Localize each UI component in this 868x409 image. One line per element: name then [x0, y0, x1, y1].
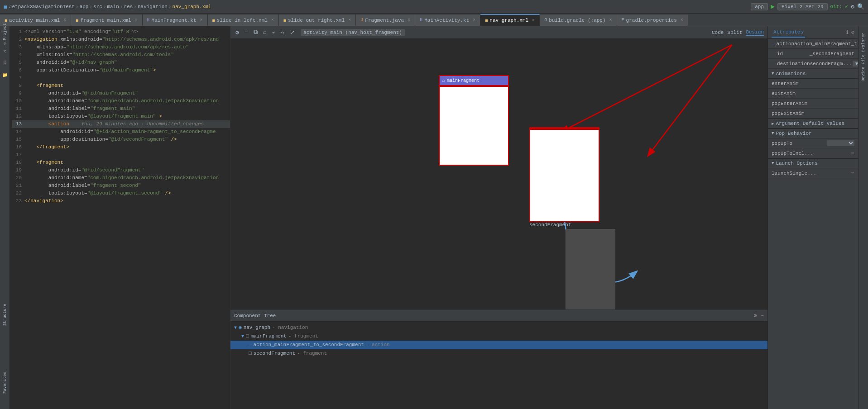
code-line-4: 4 xmlns:tools="http://schemas.android.co…: [12, 51, 230, 59]
tree-item-nav-graph[interactable]: ▼ ◉ nav_graph - navigation: [230, 323, 767, 332]
close-icon[interactable]: ×: [271, 18, 274, 23]
tree-minimize-icon[interactable]: −: [761, 313, 764, 319]
launch-single-key: launchSingle...: [772, 171, 851, 176]
sidebar-icon-resource[interactable]: 📁: [1, 71, 9, 79]
design-view-btn[interactable]: Design: [746, 29, 764, 36]
argument-header[interactable]: ▶ Argument Default Values: [768, 119, 858, 128]
close-icon[interactable]: ×: [609, 18, 612, 23]
breadcrumb: Jetpack3NavigationTest › app › src › mai…: [9, 4, 211, 10]
redo-icon[interactable]: ↷: [279, 29, 286, 36]
launch-options-label: Launch Options: [776, 161, 817, 166]
checkmark-icon: ✓: [845, 3, 848, 10]
main-fragment-title: mainFragment: [447, 78, 480, 83]
tab-mainfragment[interactable]: K MainFragment.kt ×: [143, 14, 208, 26]
code-view-btn[interactable]: Code: [712, 30, 724, 35]
settings-toolbar-icon[interactable]: ⚙: [234, 29, 240, 36]
tree-item-action[interactable]: → action_mainFragment_to_secondFragment …: [230, 341, 767, 349]
sidebar-icon-db[interactable]: 🗄: [1, 60, 9, 67]
tab-build-gradle[interactable]: G build.gradle (:app) ×: [540, 14, 617, 26]
close-icon[interactable]: ×: [473, 18, 475, 23]
code-line-7: 7: [12, 74, 230, 82]
enter-anim-key: enterAnim: [772, 81, 854, 86]
chevron-down-icon: ▼: [772, 71, 774, 76]
attributes-tab[interactable]: Attributes: [772, 28, 805, 38]
top-bar-right: app ▶ Pixel 2 API 29 Git: ✓ ⚙ 🔍: [751, 2, 864, 11]
popup-to-dropdown[interactable]: [827, 140, 854, 146]
code-line-13: 13 <action You, 29 minutes ago · Uncommi…: [12, 120, 230, 128]
tab-fragment-java[interactable]: J Fragment.java ×: [356, 14, 415, 26]
launch-options-section: ▼ Launch Options launchSingle... −: [768, 158, 858, 178]
undo-icon[interactable]: ↶: [270, 29, 277, 36]
close-icon[interactable]: ×: [348, 18, 351, 23]
close-icon[interactable]: ×: [532, 18, 535, 23]
animations-header[interactable]: ▼ Animations: [768, 69, 858, 79]
nav-graph-canvas[interactable]: ⌂ mainFragment secondFragment Componen: [230, 39, 767, 409]
tree-settings-icon[interactable]: ⚙: [754, 312, 757, 319]
attr-row-enter-anim: enterAnim: [768, 79, 858, 89]
right-attributes-panel: Attributes ℹ ⚙ → action action_mainFragm…: [767, 26, 858, 409]
settings-icon[interactable]: ⚙: [851, 3, 854, 10]
far-right-sidebar: Device File Explorer: [858, 26, 868, 409]
tab-gradle-properties[interactable]: P gradle.properties ×: [617, 14, 688, 26]
code-line-5: 5 android:id="@+id/nav_graph": [12, 59, 230, 67]
tree-label-action: action_mainFragment_to_secondFragment: [254, 341, 364, 349]
run-config[interactable]: app: [751, 3, 768, 10]
sidebar-icon-structure[interactable]: Structure: [1, 311, 9, 319]
search-icon[interactable]: 🔍: [857, 3, 864, 10]
tab-slide-in-left[interactable]: ◼ slide_in_left.xml ×: [208, 14, 279, 26]
tab-slide-out-right[interactable]: ◼ slide_out_right.xml ×: [279, 14, 356, 26]
close-icon[interactable]: ×: [200, 18, 203, 23]
launch-single-minus[interactable]: −: [851, 170, 854, 177]
attr-id-value: _secondFragment: [810, 51, 854, 57]
pop-behavior-header[interactable]: ▼ Pop Behavior: [768, 128, 858, 138]
close-icon[interactable]: ×: [135, 18, 138, 23]
attr-dest-value[interactable]: secondFragm... ▼: [810, 61, 858, 67]
panel-settings-icon[interactable]: ⚙: [851, 29, 854, 36]
device-selector[interactable]: Pixel 2 API 29: [777, 3, 827, 10]
close-icon[interactable]: ×: [63, 18, 66, 23]
zoom-out-icon[interactable]: −: [243, 29, 249, 36]
attr-row-popup-to: popUpTo: [768, 138, 858, 148]
fit-icon[interactable]: ⤢: [288, 29, 296, 36]
minus-icon[interactable]: −: [851, 150, 854, 157]
attr-row-destination: destination secondFragm... ▼: [768, 59, 858, 69]
panel-info-icon[interactable]: ℹ: [846, 29, 849, 36]
attr-row-pop-enter-anim: popEnterAnim: [768, 99, 858, 109]
attributes-content: → action action_mainFragment_t... id _se…: [768, 39, 858, 409]
fragment-second-box[interactable]: [529, 127, 599, 222]
tree-item-main-fragment[interactable]: ▼ □ mainFragment - fragment: [230, 332, 767, 341]
code-line-1: 1 <?xml version="1.0" encoding="utf-8"?>: [12, 28, 230, 36]
fragment-main-box[interactable]: ⌂ mainFragment: [439, 75, 509, 166]
argument-section: ▶ Argument Default Values: [768, 119, 858, 128]
tab-fragment-main[interactable]: ◼ fragment_main.xml ×: [71, 14, 142, 26]
code-line-19: 19 android:id="@+id/secondFragment": [12, 166, 230, 174]
popup-inclusive-key: popUpToIncl...: [772, 151, 849, 156]
split-view-btn[interactable]: Split: [727, 30, 742, 35]
sidebar-icon-project[interactable]: Project: [1, 28, 9, 35]
tree-item-second-fragment[interactable]: □ secondFragment - fragment: [230, 349, 767, 358]
close-icon[interactable]: ×: [408, 18, 410, 23]
animations-label: Animations: [776, 71, 806, 76]
sidebar-icon-commit[interactable]: ⊙: [1, 40, 9, 47]
popup-to-key: popUpTo: [772, 141, 827, 146]
tree-content: ▼ ◉ nav_graph - navigation ▼ □ mainFragm…: [230, 322, 767, 360]
fragment-second-thumbnail[interactable]: [566, 229, 615, 319]
launch-options-header[interactable]: ▼ Launch Options: [768, 158, 858, 168]
tab-mainactivity[interactable]: K MainActivity.kt ×: [415, 14, 480, 26]
sidebar-icon-vcs[interactable]: ⌥: [1, 48, 9, 55]
sidebar-icon-favorites[interactable]: Favorites: [1, 379, 9, 386]
tab-activity-main[interactable]: ◼ activity_main.xml ×: [0, 14, 71, 26]
device-manager-icon[interactable]: Device File Explorer: [861, 33, 866, 81]
copy-icon[interactable]: ⧉: [252, 29, 259, 36]
home-icon[interactable]: ⌂: [262, 29, 268, 36]
attr-row-exit-anim: exitAnim: [768, 89, 858, 99]
code-line-17: 17: [12, 151, 230, 159]
tree-label-nav-graph: nav_graph: [244, 323, 270, 332]
run-button[interactable]: ▶: [771, 2, 775, 11]
chevron-right-icon: ▶: [772, 121, 774, 126]
tab-nav-graph[interactable]: ◼ nav_graph.xml ×: [480, 14, 540, 26]
pop-enter-anim-key: popEnterAnim: [772, 101, 854, 106]
code-line-3: 3 xmlns:app="http://schemas.android.com/…: [12, 43, 230, 51]
close-icon[interactable]: ×: [681, 18, 683, 23]
attr-dest-dropdown[interactable]: ▼: [853, 61, 858, 67]
